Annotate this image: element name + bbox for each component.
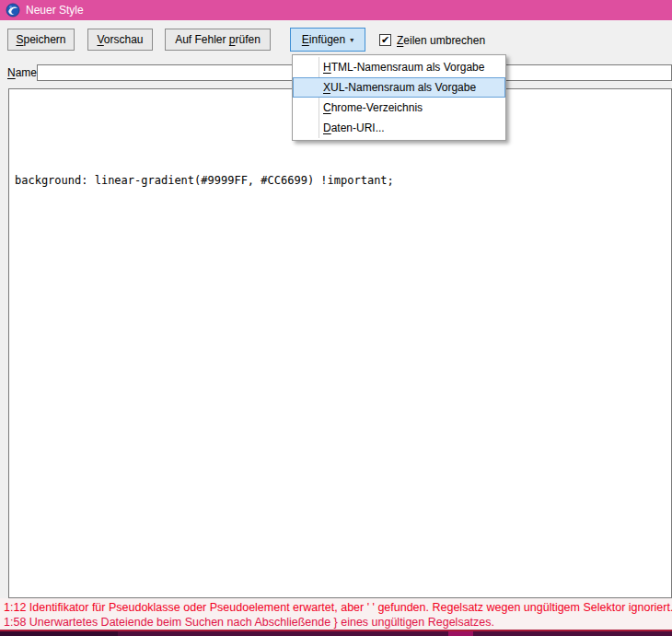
menu-item-xul-namespace[interactable]: XUL-Namensraum als Vorgabe: [293, 77, 505, 98]
error-message: 1:12 Identifikator für Pseudoklasse oder…: [4, 600, 672, 615]
menu-item-html-namespace[interactable]: HTML-Namensraum als Vorgabe: [293, 57, 505, 77]
new-style-dialog: Neuer Style Speichern Vorschau Auf Fehle…: [0, 0, 672, 636]
error-message: 1:58 Unerwartetes Dateiende beim Suchen …: [4, 615, 672, 630]
preview-button[interactable]: Vorschau: [87, 29, 153, 51]
name-label: Name: [7, 66, 37, 79]
insert-menu-button[interactable]: Einfügen▾: [290, 28, 365, 52]
error-panel: 1:12 Identifikator für Pseudoklasse oder…: [0, 598, 672, 630]
style-code-editor[interactable]: background: linear-gradient(#9999FF, #CC…: [8, 88, 672, 598]
desktop-edge-bright-segment: [448, 631, 473, 636]
desktop-edge-strip: [0, 631, 672, 636]
insert-dropdown-menu: HTML-Namensraum als Vorgabe XUL-Namensra…: [292, 54, 506, 141]
window-title: Neuer Style: [26, 4, 84, 17]
save-button[interactable]: Speichern: [7, 29, 75, 51]
menu-item-data-uri[interactable]: Daten-URI...: [293, 118, 505, 138]
checkmark-icon: ✔: [381, 35, 389, 45]
check-errors-button[interactable]: Auf Fehler prüfen: [165, 29, 271, 51]
menu-item-chrome-directory[interactable]: Chrome-Verzeichnis: [293, 98, 505, 118]
wrap-lines-label[interactable]: Zeilen umbrechen: [397, 34, 485, 47]
app-icon: [6, 3, 20, 17]
title-bar[interactable]: Neuer Style: [0, 0, 672, 20]
wrap-lines-checkbox[interactable]: ✔: [379, 34, 391, 46]
dropdown-arrow-icon: ▾: [350, 36, 353, 44]
desktop-edge-dark-segment: [0, 631, 118, 636]
